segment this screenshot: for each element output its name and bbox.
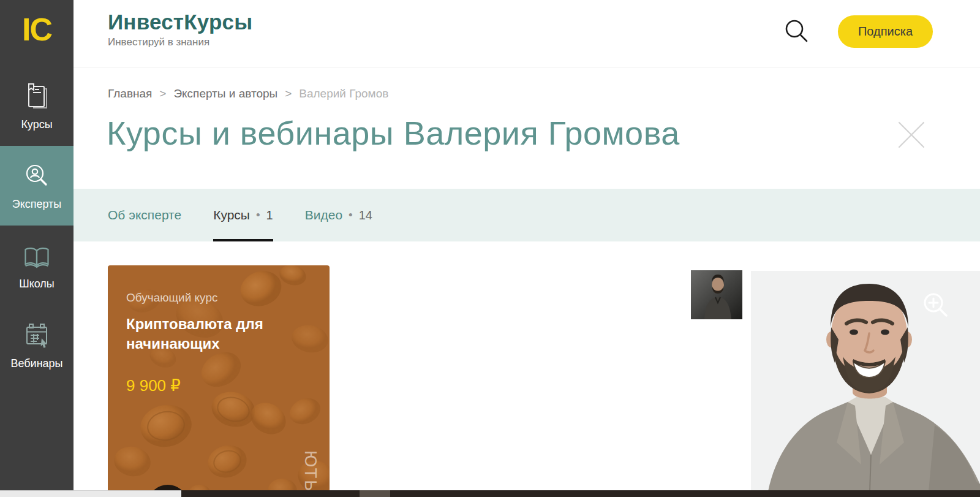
search-button[interactable]	[783, 17, 812, 47]
tab-label: Видео	[305, 208, 342, 222]
bottom-bar	[0, 490, 980, 497]
header: ИнвестКурсы Инвестируй в знания Подписка	[74, 0, 980, 67]
expert-photo-thumbnail[interactable]	[691, 270, 742, 319]
page-title: Курсы и вебинары Валерия Громова	[107, 114, 680, 152]
course-watermark: ЮТЫ	[301, 450, 320, 490]
webinars-calendar-icon	[21, 320, 53, 352]
breadcrumb-current: Валерий Громов	[299, 87, 388, 101]
subscribe-button[interactable]: Подписка	[838, 15, 933, 48]
brand-name: ИнвестКурсы	[108, 10, 252, 34]
close-button[interactable]	[897, 120, 926, 150]
breadcrumb-separator: >	[159, 87, 166, 101]
horizontal-scrollbar-thumb[interactable]	[0, 490, 181, 497]
sidebar-nav: Курсы Эксперты Школы	[0, 66, 74, 385]
tab-label: Об эксперте	[108, 208, 181, 222]
breadcrumb: Главная > Эксперты и авторы > Валерий Гр…	[108, 87, 388, 101]
tab-bar: Об эксперте Курсы • 1 Видео • 14	[74, 189, 980, 241]
expert-photo[interactable]	[751, 271, 980, 490]
tab-courses[interactable]: Курсы • 1	[213, 189, 273, 241]
tab-label: Курсы	[213, 208, 250, 222]
course-price: 9 900 ₽	[126, 376, 311, 395]
sidebar-item-label: Эксперты	[12, 198, 62, 211]
sidebar-item-schools[interactable]: Школы	[0, 226, 74, 305]
tab-bullet: •	[256, 208, 260, 222]
breadcrumb-separator: >	[285, 87, 292, 101]
page: ИнвестКурсы Инвестируй в знания Подписка…	[0, 0, 980, 497]
thumbnail-image	[691, 270, 742, 319]
close-icon	[897, 120, 926, 150]
sidebar-item-label: Школы	[19, 278, 55, 290]
course-card[interactable]: Обучающий курс Криптовалюта для начинающ…	[108, 265, 330, 490]
brand-link[interactable]: ИнвестКурсы Инвестируй в знания	[108, 10, 252, 48]
bottom-bar-segment	[360, 490, 390, 497]
schools-openbook-icon	[21, 240, 53, 272]
logo-text: IC	[22, 11, 51, 48]
tab-count: 14	[359, 208, 372, 222]
sidebar-item-webinars[interactable]: Вебинары	[0, 305, 74, 385]
brand-tagline: Инвестируй в знания	[108, 36, 252, 48]
tab-bullet: •	[349, 208, 353, 222]
courses-book-icon	[21, 81, 53, 113]
breadcrumb-experts[interactable]: Эксперты и авторы	[173, 87, 277, 101]
sidebar-item-label: Вебинары	[10, 357, 62, 370]
sidebar: IC Курсы Эксперты	[0, 0, 74, 490]
sidebar-item-experts[interactable]: Эксперты	[0, 146, 74, 226]
search-icon	[783, 17, 812, 47]
sidebar-item-label: Курсы	[21, 118, 52, 131]
experts-search-icon	[21, 161, 53, 192]
breadcrumb-home[interactable]: Главная	[108, 87, 152, 101]
tab-about-expert[interactable]: Об эксперте	[108, 189, 181, 241]
bottom-dark-bar	[181, 490, 980, 497]
course-title: Криптовалюта для начинающих	[126, 314, 279, 353]
sidebar-item-courses[interactable]: Курсы	[0, 66, 74, 146]
course-category: Обучающий курс	[126, 291, 311, 305]
logo[interactable]: IC	[0, 0, 74, 59]
zoom-in-icon[interactable]	[922, 291, 951, 321]
tab-count: 1	[266, 208, 273, 222]
tab-video[interactable]: Видео • 14	[305, 189, 372, 241]
